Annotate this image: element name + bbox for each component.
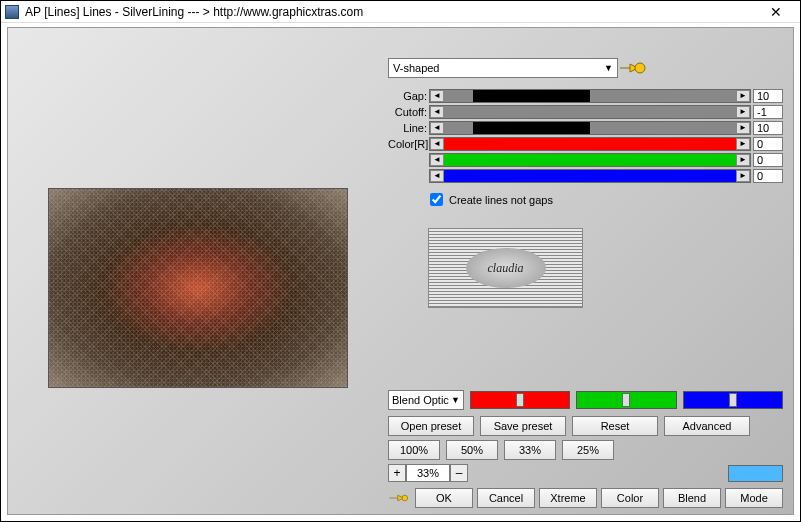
slider-left-arrow[interactable]: ◄ bbox=[430, 154, 444, 166]
shape-dropdown-value: V-shaped bbox=[393, 62, 439, 74]
param-label: Line: bbox=[388, 122, 429, 134]
create-lines-checkbox[interactable] bbox=[430, 193, 443, 206]
pointing-hand-icon bbox=[388, 489, 409, 507]
logo-badge: claudia bbox=[428, 228, 583, 308]
reset-button[interactable]: Reset bbox=[572, 416, 658, 436]
param-value[interactable]: 0 bbox=[753, 153, 783, 167]
param-value[interactable]: -1 bbox=[753, 105, 783, 119]
zoom-25pct-button[interactable]: 25% bbox=[562, 440, 614, 460]
cancel-button[interactable]: Cancel bbox=[477, 488, 535, 508]
app-icon bbox=[5, 5, 19, 19]
titlebar: AP [Lines] Lines - SilverLining --- > ht… bbox=[1, 1, 800, 23]
param-value[interactable]: 10 bbox=[753, 121, 783, 135]
param-row: Line: ◄ ► 10 bbox=[388, 120, 783, 135]
pointing-hand-icon bbox=[618, 59, 648, 77]
zoom-33pct-button[interactable]: 33% bbox=[504, 440, 556, 460]
create-lines-label: Create lines not gaps bbox=[449, 194, 553, 206]
param-row: Gap: ◄ ► 10 bbox=[388, 88, 783, 103]
plugin-window: AP [Lines] Lines - SilverLining --- > ht… bbox=[0, 0, 801, 522]
rgb-slider[interactable] bbox=[576, 391, 676, 409]
window-title: AP [Lines] Lines - SilverLining --- > ht… bbox=[25, 5, 756, 19]
preview-image bbox=[48, 188, 348, 388]
param-row: ◄ ► 0 bbox=[388, 168, 783, 183]
rgb-slider[interactable] bbox=[470, 391, 570, 409]
shape-dropdown[interactable]: V-shaped ▼ bbox=[388, 58, 618, 78]
param-slider[interactable]: ◄ ► bbox=[429, 137, 751, 151]
slider-right-arrow[interactable]: ► bbox=[736, 138, 750, 150]
slider-right-arrow[interactable]: ► bbox=[736, 106, 750, 118]
param-row: ◄ ► 0 bbox=[388, 152, 783, 167]
ok-button[interactable]: OK bbox=[415, 488, 473, 508]
save-preset-button[interactable]: Save preset bbox=[480, 416, 566, 436]
zoom-value: 33% bbox=[406, 464, 450, 482]
param-value[interactable]: 0 bbox=[753, 169, 783, 183]
slider-right-arrow[interactable]: ► bbox=[736, 170, 750, 182]
zoom-50pct-button[interactable]: 50% bbox=[446, 440, 498, 460]
slider-left-arrow[interactable]: ◄ bbox=[430, 90, 444, 102]
color-swatch[interactable] bbox=[728, 465, 783, 482]
slider-left-arrow[interactable]: ◄ bbox=[430, 170, 444, 182]
chevron-down-icon: ▼ bbox=[451, 395, 460, 405]
param-label: Color[R]: bbox=[388, 138, 429, 150]
color-button[interactable]: Color bbox=[601, 488, 659, 508]
param-row: Color[R]: ◄ ► 0 bbox=[388, 136, 783, 151]
blend-button[interactable]: Blend bbox=[663, 488, 721, 508]
close-button[interactable]: ✕ bbox=[756, 2, 796, 22]
content-area: V-shaped ▼ Gap: ◄ ► 10 Cutoff: ◄ ► -1 Li… bbox=[7, 27, 794, 515]
slider-left-arrow[interactable]: ◄ bbox=[430, 106, 444, 118]
svg-point-1 bbox=[402, 495, 408, 501]
svg-point-0 bbox=[635, 63, 645, 73]
slider-thumb[interactable] bbox=[516, 393, 524, 407]
zoom-100pct-button[interactable]: 100% bbox=[388, 440, 440, 460]
param-value[interactable]: 10 bbox=[753, 89, 783, 103]
param-value[interactable]: 0 bbox=[753, 137, 783, 151]
mode-button[interactable]: Mode bbox=[725, 488, 783, 508]
xtreme-button[interactable]: Xtreme bbox=[539, 488, 597, 508]
slider-right-arrow[interactable]: ► bbox=[736, 122, 750, 134]
zoom-out-button[interactable]: – bbox=[450, 464, 468, 482]
param-row: Cutoff: ◄ ► -1 bbox=[388, 104, 783, 119]
param-label: Cutoff: bbox=[388, 106, 429, 118]
slider-right-arrow[interactable]: ► bbox=[736, 90, 750, 102]
param-slider[interactable]: ◄ ► bbox=[429, 89, 751, 103]
open-preset-button[interactable]: Open preset bbox=[388, 416, 474, 436]
rgb-slider[interactable] bbox=[683, 391, 783, 409]
param-slider[interactable]: ◄ ► bbox=[429, 121, 751, 135]
param-slider[interactable]: ◄ ► bbox=[429, 169, 751, 183]
param-slider[interactable]: ◄ ► bbox=[429, 105, 751, 119]
blend-dropdown-value: Blend Optic bbox=[392, 394, 449, 406]
slider-left-arrow[interactable]: ◄ bbox=[430, 122, 444, 134]
advanced-button[interactable]: Advanced bbox=[664, 416, 750, 436]
zoom-in-button[interactable]: + bbox=[388, 464, 406, 482]
bottom-panel: Blend Optic ▼ Open presetSave presetRese… bbox=[388, 390, 783, 508]
chevron-down-icon: ▼ bbox=[604, 63, 613, 73]
slider-right-arrow[interactable]: ► bbox=[736, 154, 750, 166]
slider-thumb[interactable] bbox=[729, 393, 737, 407]
slider-left-arrow[interactable]: ◄ bbox=[430, 138, 444, 150]
blend-dropdown[interactable]: Blend Optic ▼ bbox=[388, 390, 464, 410]
param-slider[interactable]: ◄ ► bbox=[429, 153, 751, 167]
slider-thumb[interactable] bbox=[622, 393, 630, 407]
param-label: Gap: bbox=[388, 90, 429, 102]
top-controls: V-shaped ▼ Gap: ◄ ► 10 Cutoff: ◄ ► -1 Li… bbox=[388, 58, 783, 206]
logo-text: claudia bbox=[466, 248, 546, 288]
